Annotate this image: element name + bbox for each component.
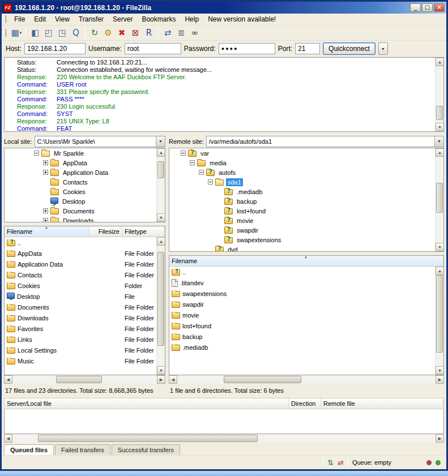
- log-scrollbar[interactable]: ▲▼: [435, 58, 443, 131]
- remote-tree-item-autofs[interactable]: autofs: [169, 168, 443, 177]
- local-tree-scrollbar[interactable]: ▲▼: [156, 148, 165, 222]
- scroll-arrow-icon[interactable]: ▲: [436, 58, 444, 66]
- scroll-arrow-icon[interactable]: ▼: [436, 366, 444, 375]
- menubar-grip[interactable]: [5, 15, 7, 23]
- scroll-arrow-icon[interactable]: ▼: [157, 213, 165, 222]
- port-input[interactable]: [295, 43, 320, 54]
- remote-tree-item-swapextensions[interactable]: swapextensions: [169, 235, 443, 245]
- local-file-row-cookies[interactable]: CookiesFolder: [5, 280, 165, 291]
- scroll-arrow-icon[interactable]: ▶: [157, 375, 165, 384]
- title-bar[interactable]: FZ 192.168.1.20 - root@192.168.1.20 - Fi…: [2, 2, 446, 14]
- local-file-row-contacts[interactable]: ContactsFile Folder: [5, 269, 165, 280]
- remote-tree-item-backup[interactable]: backup: [169, 196, 443, 206]
- remote-tree-item-media[interactable]: media: [169, 158, 443, 168]
- scroll-arrow-icon[interactable]: ▼: [436, 243, 444, 251]
- speed-limits-icon[interactable]: ⇅: [327, 459, 334, 466]
- remote-file-row-titandev[interactable]: .titandev: [169, 277, 443, 288]
- scroll-arrow-icon[interactable]: ▼: [157, 366, 165, 375]
- expand-icon[interactable]: [43, 208, 48, 213]
- local-file-row-local-settings[interactable]: Local SettingsFile Folder: [5, 345, 165, 355]
- scroll-thumb[interactable]: [436, 106, 443, 120]
- local-file-row-appdata[interactable]: AppDataFile Folder: [5, 248, 165, 259]
- collapse-icon[interactable]: [208, 179, 213, 185]
- remote-list-scrollbar[interactable]: ▲▼: [435, 267, 443, 375]
- scroll-arrow-icon[interactable]: ◀: [4, 434, 12, 443]
- directory-comparison-icon[interactable]: ⇄: [161, 27, 174, 39]
- scroll-thumb[interactable]: [157, 161, 164, 178]
- local-column-header-filename[interactable]: Filename▲: [5, 226, 89, 237]
- menu-item-help[interactable]: Help: [180, 14, 203, 25]
- remote-file-row-swapextensions[interactable]: swapextensions: [169, 288, 443, 299]
- local-tree-item-downloads[interactable]: Downloads: [5, 216, 165, 222]
- scroll-arrow-icon[interactable]: ▶: [436, 375, 444, 384]
- queue-horizontal-scrollbar[interactable]: ◀▶: [4, 434, 444, 443]
- process-queue-icon[interactable]: ⚙: [101, 27, 115, 39]
- remote-tree-item-mediadb[interactable]: .mediadb: [169, 187, 443, 196]
- local-file-row-application-data[interactable]: Application DataFile Folder: [5, 259, 165, 269]
- local-file-row-desktop[interactable]: DesktopFile: [5, 291, 165, 302]
- local-tree-item-appdata[interactable]: AppData: [5, 158, 165, 168]
- remote-horizontal-scrollbar[interactable]: ◀▶: [169, 375, 444, 384]
- host-input[interactable]: [24, 43, 86, 54]
- maximize-button[interactable]: □: [422, 3, 433, 12]
- tab-queued-files[interactable]: Queued files: [4, 444, 54, 455]
- scroll-arrow-icon[interactable]: ▼: [436, 123, 444, 131]
- scroll-arrow-icon[interactable]: ▲: [157, 237, 165, 246]
- local-file-row-documents[interactable]: DocumentsFile Folder: [5, 302, 165, 312]
- password-input[interactable]: [219, 43, 275, 54]
- remote-tree-item-var[interactable]: var: [169, 148, 443, 158]
- remote-file-row-backup[interactable]: backup: [169, 331, 443, 342]
- chevron-down-icon[interactable]: ▼: [156, 136, 165, 147]
- remote-site-combo[interactable]: /var/media/autofs/sda1 ▼: [206, 136, 444, 147]
- local-file-row-item[interactable]: ..: [5, 237, 165, 248]
- remote-file-row-lost-found[interactable]: lost+found: [169, 320, 443, 331]
- menu-item-edit[interactable]: Edit: [29, 14, 50, 25]
- menu-item-bookmarks[interactable]: Bookmarks: [137, 14, 180, 25]
- quickconnect-dropdown-button[interactable]: ▼: [378, 42, 388, 55]
- remote-tree-item-lost-found[interactable]: lost+found: [169, 206, 443, 216]
- tab-successful-transfers[interactable]: Successful transfers: [112, 444, 180, 455]
- minimize-button[interactable]: _: [410, 3, 421, 12]
- quickconnect-button[interactable]: Quickconnect: [323, 42, 376, 55]
- local-file-row-downloads[interactable]: DownloadsFile Folder: [5, 312, 165, 323]
- scroll-thumb[interactable]: [56, 376, 103, 383]
- disconnect-icon[interactable]: ⊠: [129, 27, 142, 39]
- remote-file-row-movie[interactable]: movie: [169, 310, 443, 320]
- collapse-icon[interactable]: [199, 170, 204, 175]
- local-file-row-favorites[interactable]: FavoritesFile Folder: [5, 323, 165, 334]
- menu-item-file[interactable]: File: [10, 14, 29, 25]
- local-tree-item-desktop[interactable]: Desktop: [5, 196, 165, 206]
- scroll-thumb[interactable]: [38, 435, 258, 442]
- local-column-header-filetype[interactable]: Filetype: [122, 226, 165, 237]
- queue-column-header-remote-file[interactable]: Remote file: [321, 398, 443, 409]
- local-tree-item-contacts[interactable]: Contacts: [5, 177, 165, 187]
- toggle-transfer-queue-icon[interactable]: Q: [69, 27, 83, 39]
- expand-icon[interactable]: [43, 160, 48, 165]
- queue-column-header-server-local-file[interactable]: Server/Local file: [5, 398, 289, 409]
- username-input[interactable]: [125, 43, 181, 54]
- collapse-icon[interactable]: [34, 151, 39, 156]
- menu-item-server[interactable]: Server: [108, 14, 137, 25]
- scroll-arrow-icon[interactable]: ▲: [436, 148, 444, 157]
- find-files-icon[interactable]: ∞: [188, 27, 202, 39]
- toggle-remote-tree-icon[interactable]: ◳: [56, 27, 69, 39]
- expand-icon[interactable]: [43, 170, 48, 175]
- close-button[interactable]: ×: [434, 3, 445, 12]
- remote-file-row-swapdir[interactable]: swapdir: [169, 299, 443, 310]
- local-tree-item-mr-sparkle[interactable]: Mr Sparkle: [5, 148, 165, 158]
- scroll-thumb[interactable]: [157, 252, 164, 346]
- cancel-icon[interactable]: ✖: [115, 27, 129, 39]
- reconnect-icon[interactable]: R: [142, 27, 156, 39]
- menu-item-new-version-available[interactable]: New version available!: [203, 14, 280, 25]
- menu-item-transfer[interactable]: Transfer: [74, 14, 108, 25]
- local-site-combo[interactable]: C:\Users\Mr Sparkle\ ▼: [35, 136, 165, 147]
- remote-file-row-mediadb[interactable]: .mediadb: [169, 342, 443, 353]
- scroll-arrow-icon[interactable]: ◀: [4, 375, 12, 384]
- remote-file-row-item[interactable]: ..: [169, 267, 443, 277]
- local-file-row-music[interactable]: MusicFile Folder: [5, 355, 165, 366]
- toggle-local-tree-icon[interactable]: ◰: [42, 27, 56, 39]
- scroll-thumb[interactable]: [436, 183, 443, 213]
- directory-comparison-status-icon[interactable]: ⇄: [338, 459, 344, 466]
- expand-icon[interactable]: [43, 218, 48, 222]
- local-tree-item-documents[interactable]: Documents: [5, 206, 165, 216]
